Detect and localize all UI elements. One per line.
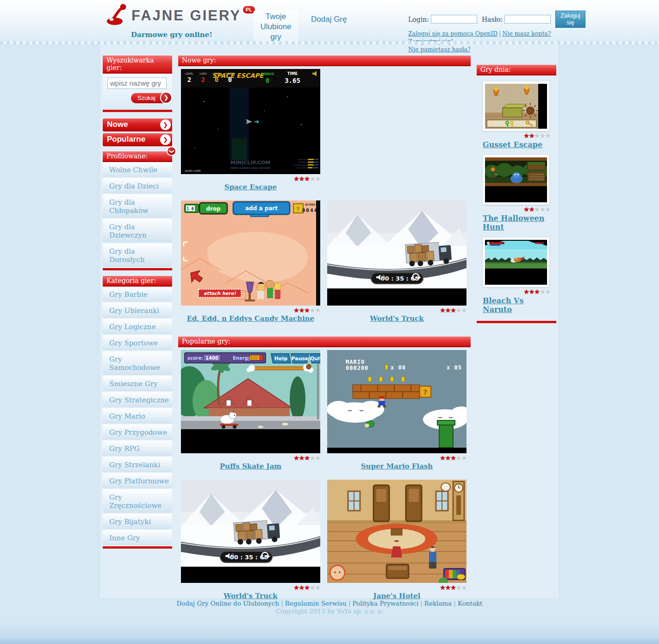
rating-stars: ★★★★★ [327,307,466,313]
svg-text:MINICLIP.COM: MINICLIP.COM [230,160,270,166]
sidebar-item-gry-samochodowe[interactable]: Gry Samochodowe [103,351,172,376]
sidebar-item-gry-przygodowe[interactable]: Gry Przygodowe [103,425,172,441]
daily-game-title-link[interactable]: Bleach Vs Naruto [483,296,550,314]
rating-stars: ★★★★★ [181,175,320,182]
game-card: 00 : 35 : 68 ★★★★★ World's Truck [181,480,320,606]
footer-link-regulamin[interactable]: Regulamin Serwisu [285,600,347,607]
svg-text:add a part: add a part [245,205,278,212]
footer-link-kontakt[interactable]: Kontakt [458,600,483,607]
daily-games-sidebar: Gry dnia: [477,65,556,323]
sidebar-item-wolne-chwile[interactable]: Wolne Chwile [103,162,172,178]
star-filled-icon: ★ [293,454,299,462]
svg-text:Pause: Pause [291,356,308,362]
sidebar-item-gry-bijatyki[interactable]: Gry Bijatyki [103,514,172,530]
game-title-link[interactable]: Space Escape [181,183,320,191]
sidebar-item-nowe[interactable]: Nowe ❯ [103,119,172,131]
star-empty-icon: ★ [456,454,461,462]
svg-text:2: 2 [201,76,205,83]
sidebar-item-gry-sportowe[interactable]: Gry Sportowe [103,335,172,351]
footer: Dodaj Gry Online do Ulubionych|Regulamin… [0,600,659,615]
footer-link-polityka[interactable]: Polityka Prywatności [353,600,419,607]
star-empty-icon: ★ [315,584,320,591]
nav-favorite-games[interactable]: Twoje Ulubione gry [254,11,298,43]
svg-text:1 0: 1 0 [187,206,193,211]
game-thumb-ed-edd-eddys[interactable]: 1 0 drop add a part ? SCORE 0044 attach … [181,200,320,306]
sidebar-item-gry-dla-dzieci[interactable]: Gry dla Dzieci [103,178,172,194]
star-filled-icon: ★ [293,306,299,314]
search-section-title: Wyszukiwarka gier: [103,56,172,74]
game-title-link[interactable]: Puffs Skate Jam [181,462,320,470]
search-input[interactable] [107,77,167,89]
game-thumb-space-escape[interactable]: LEVEL 2 LIVES 2 COINS 0 SCORE 0 SPACE ES… [181,69,320,174]
chevron-right-icon: ❯ [160,134,171,145]
sidebar-item-gry-dla-doroslych[interactable]: Gry dla Dorosłych [103,244,172,268]
login-input[interactable] [431,15,477,24]
search-arrow-icon[interactable]: ❯ [160,92,172,104]
sidebar-item-gry-logiczne[interactable]: Gry Logiczne [103,319,172,335]
bottom-strip [0,638,659,644]
daily-game-title-link[interactable]: Gusset Escape [483,140,550,149]
game-thumb-worlds-truck-2[interactable]: 00 : 35 : 68 [181,480,320,583]
joystick-icon [106,4,128,26]
svg-text:BONUS: BONUS [261,72,274,76]
footer-link-add-games[interactable]: Dodaj Gry Online do Ulubionych [176,600,279,607]
footer-link-reklama[interactable]: Reklama [424,600,452,607]
sidebar-item-gry-strzelanki[interactable]: Gry Strzelanki [103,457,172,473]
star-empty-icon: ★ [540,206,545,213]
star-empty-icon: ★ [540,288,545,295]
password-input[interactable] [504,15,551,24]
game-thumb-bleach-vs-naruto[interactable] [483,238,549,287]
star-empty-icon: ★ [315,454,320,462]
svg-text:1400: 1400 [205,356,218,361]
game-thumb-janes-hotel[interactable] [327,480,466,583]
sidebar-item-gry-rpg[interactable]: Gry RPG [103,441,172,457]
game-title-link[interactable]: World's Truck [181,592,320,600]
chevron-down-icon[interactable]: ❯ [167,146,176,156]
sidebar-item-gry-platformowe[interactable]: Gry Platformowe [103,473,172,489]
star-filled-icon: ★ [440,584,445,591]
star-filled-icon: ★ [450,454,456,462]
sidebar-item-gry-mario[interactable]: Gry Mario [103,408,172,425]
game-title-link[interactable]: Ed, Edd, n Eddys Candy Machine [181,314,320,323]
daily-game-title-link[interactable]: The Halloween Hunt [483,214,550,231]
sidebar-item-gry-strategiczne[interactable]: Gry Strategiczne [103,392,172,408]
game-thumb-super-mario-flash[interactable]: MARIO 000200 x 00 x 05 ? [327,350,466,453]
sidebar-item-smieszne-gry[interactable]: Śmieszne Gry [103,376,172,392]
game-thumb-puffs-skate-jam[interactable]: score: 1400 Energy: Help Pause Quit [181,350,320,453]
sidebar-item-gry-dla-chlopakow[interactable]: Gry dla Chłopaków [103,194,172,219]
game-title-link[interactable]: World's Truck [327,314,466,323]
login-button[interactable]: Zaloguj się [555,11,585,28]
star-empty-icon: ★ [310,584,315,591]
sidebar-item-popularne[interactable]: Popularne ❯ [103,133,172,146]
sidebar-item-inne-gry[interactable]: Inne Gry [103,530,172,546]
login-area: Login: Hasło: Zaloguj się Zaloguj się za… [408,11,566,54]
svg-text:@END GAME: @END GAME [185,169,201,172]
game-thumb-gusset-escape[interactable] [483,81,549,131]
star-empty-icon: ★ [310,454,315,462]
star-empty-icon: ★ [310,175,315,182]
star-filled-icon: ★ [304,584,310,591]
star-empty-icon: ★ [545,206,550,213]
game-title-link[interactable]: Super Mario Flash [327,462,466,470]
main-content: Nowe gry: LEVEL 2 LIVES 2 COINS 0 [178,56,471,606]
star-filled-icon: ★ [304,175,310,182]
logo[interactable]: FAJNE GIERY PL [106,4,255,26]
profilowane-title-text: Profilowane: [106,152,148,160]
sidebar-item-gry-ubieranki[interactable]: Gry Ubieranki [103,303,172,319]
star-filled-icon: ★ [299,454,305,462]
sidebar-item-gry-dla-dziewczyn[interactable]: Gry dla Dziewczyn [103,219,172,244]
nav-add-game[interactable]: Dodaj Grę [311,15,347,43]
star-empty-icon: ★ [315,306,320,314]
game-thumb-halloween-hunt[interactable] [483,155,549,205]
star-filled-icon: ★ [529,288,535,295]
star-filled-icon: ★ [523,288,529,295]
forgot-password-link[interactable]: Nie pamiętasz hasła? [408,46,471,53]
rating-stars: ★★★★★ [327,455,466,461]
divider [477,321,556,323]
star-filled-icon: ★ [523,132,529,139]
openid-link[interactable]: Zaloguj się za pomocą OpenID [408,30,497,37]
game-thumb-worlds-truck[interactable]: 00 : 35 : 68 [327,200,466,306]
game-title-link[interactable]: Jane's Hotel [327,592,466,600]
sidebar-item-gry-zrecznosciowe[interactable]: Gry Zręcznościowe [103,489,172,514]
sidebar-item-gry-barbie[interactable]: Gry Barbie [103,287,172,303]
